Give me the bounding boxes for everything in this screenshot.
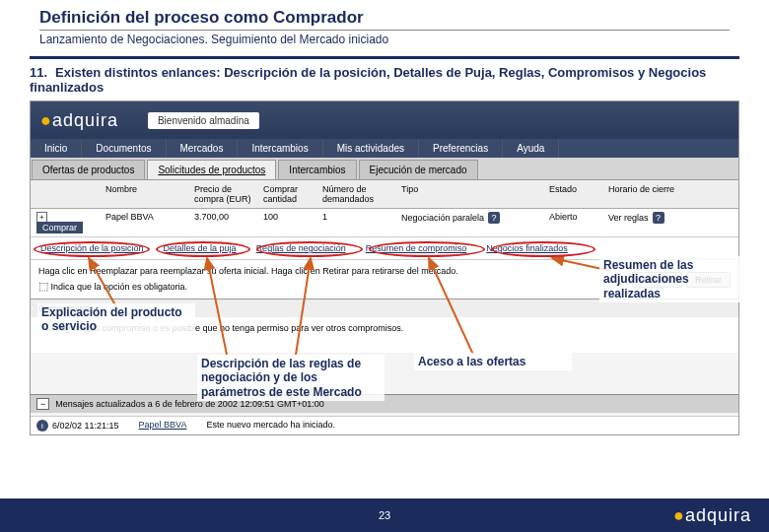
tab-ofertas[interactable]: Ofertas de productos [32,160,145,179]
slide-item: 11.Existen distintos enlances: Descripci… [0,63,769,100]
callout-oval [34,241,150,257]
instruction-text: Haga clic en Reemplazar para reemplazar … [38,266,458,276]
menu-preferencias[interactable]: Preferencias [419,139,503,158]
annotation-explicacion: Explicación del producto o servicio [37,303,195,336]
callout-oval [369,241,485,257]
info-icon: i [36,420,48,432]
required-icon: ⬚ [38,280,48,292]
menu-intercambios[interactable]: Intercambios [238,139,322,158]
page-number: 23 [379,509,390,521]
callout-oval [491,241,595,257]
slide-title: Definición del proceso como Comprador [39,8,730,31]
tabs: Ofertas de productos Solicitudes de prod… [31,158,738,180]
slide-footer: 23 ●adquira [0,499,769,532]
table-row: + Comprar Papel BBVA 3.700,00 100 1 Nego… [31,209,738,237]
menu-documentos[interactable]: Documentos [82,139,166,158]
menu-inicio[interactable]: Inicio [31,139,82,158]
app-logo: ●adquira [40,110,118,131]
slide-subtitle: Lanzamiento de Negociaciones. Seguimient… [39,33,730,46]
menubar: Inicio Documentos Mercados Intercambios … [31,139,738,158]
menu-ayuda[interactable]: Ayuda [503,139,559,158]
menu-actividades[interactable]: Mis actividades [323,139,419,158]
welcome-text: Bienvenido almadina [148,112,259,129]
minus-icon[interactable]: − [36,398,49,410]
messages-bar: − Mensajes actualizados a 6 de febrero d… [31,394,738,413]
table-header: Nombre Precio de compra (EUR) Comprar ca… [31,180,738,209]
callout-oval [256,241,363,257]
footer-logo: ●adquira [673,505,751,526]
annotation-aceso: Aceso a las ofertas [414,353,572,370]
help-icon[interactable]: ? [653,212,664,224]
tab-ejecucion[interactable]: Ejecución de mercado [359,160,478,179]
callout-oval [156,241,250,257]
annotation-resumen: Resumen de las adjudicaciones realizadas [599,256,747,302]
help-icon[interactable]: ? [488,212,500,224]
message-link[interactable]: Papel BBVA [139,420,187,432]
message-row: i6/02/02 11:21:15 Papel BBVA Este nuevo … [31,416,738,434]
tab-intercambios[interactable]: Intercambios [278,160,356,179]
tab-solicitudes[interactable]: Solicitudes de productos [147,160,276,179]
menu-mercados[interactable]: Mercados [167,139,239,158]
divider [30,56,739,59]
buy-button[interactable]: Comprar [36,222,83,233]
annotation-reglas: Descripción de las reglas de negociación… [197,355,384,401]
